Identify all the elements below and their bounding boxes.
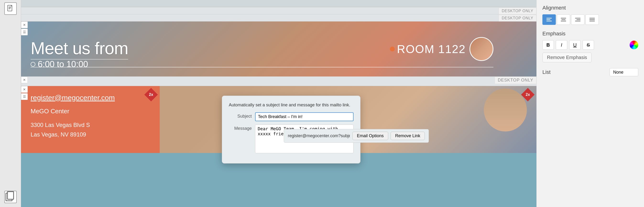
align-center-btn[interactable] <box>557 14 570 25</box>
strikethrough-btn[interactable]: S <box>582 40 594 50</box>
alignment-buttons <box>542 14 638 25</box>
address-line2: Las Vegas, NV 89109 <box>30 130 150 139</box>
underline-btn[interactable]: U <box>569 40 581 50</box>
address-line1: 3300 Las Vegas Blvd S <box>30 121 150 129</box>
hero-right-content: ROOM 1122 <box>390 37 494 61</box>
hero-close-btn[interactable]: ✕ <box>21 22 28 28</box>
section-row-2: DESKTOP ONLY <box>21 14 536 22</box>
top-faded-bar <box>21 0 536 7</box>
email-options-button[interactable]: Email Options <box>352 132 388 140</box>
person-head <box>484 88 527 132</box>
hero-menu-btn[interactable]: ☰ <box>21 29 28 36</box>
emphasis-label: Emphasis <box>542 30 638 37</box>
alignment-label: Alignment <box>542 5 638 11</box>
hero-time-text[interactable]: 6:00 to 10:00 <box>38 59 88 69</box>
align-left-btn[interactable] <box>542 14 556 25</box>
align-justify-btn[interactable] <box>586 14 599 25</box>
document-icon[interactable] <box>4 2 17 15</box>
mailto-popup-description: Automatically set a subject line and mes… <box>229 102 354 108</box>
subject-input[interactable] <box>255 112 354 121</box>
desktop-only-badge-2: DESKTOP ONLY <box>499 15 536 22</box>
room-label: ROOM 1122 <box>390 42 466 56</box>
left-sidebar <box>0 0 21 207</box>
canvas-area: DESKTOP ONLY DESKTOP ONLY ✕ ☰ DESKTOP ON… <box>21 0 536 207</box>
email-truncated-text: register@megocenter.com?subject=T <box>288 134 350 138</box>
list-dropdown[interactable]: None Bullet Numbered <box>610 68 638 76</box>
emphasis-section: Emphasis B I U S Remove Emphasis <box>542 30 638 62</box>
list-row: List None Bullet Numbered <box>542 68 638 76</box>
bold-btn[interactable]: B <box>542 40 554 50</box>
subject-label: Subject <box>229 112 255 119</box>
right-panel: Alignment Emphasis B I <box>536 0 644 207</box>
room-text[interactable]: ROOM 1122 <box>397 42 466 56</box>
color-picker-swatch[interactable] <box>630 41 638 49</box>
svg-rect-1 <box>8 7 11 7</box>
svg-rect-3 <box>8 8 10 9</box>
hero-timeline <box>30 67 494 68</box>
section-row-1: DESKTOP ONLY <box>21 7 536 14</box>
email-options-bar: register@megocenter.com?subject=T Email … <box>284 129 429 143</box>
content-menu-btn[interactable]: ☰ <box>21 93 28 100</box>
italic-btn[interactable]: I <box>556 40 567 50</box>
hero-time-row: 6:00 to 10:00 <box>30 59 88 69</box>
list-label: List <box>542 69 550 75</box>
emphasis-buttons: B I U S <box>542 40 638 50</box>
section-row-3: ✕ DESKTOP ONLY <box>21 76 536 86</box>
desktop-only-badge-4: DESKTOP ONLY <box>494 76 536 84</box>
remove-emphasis-button[interactable]: Remove Emphasis <box>542 52 592 62</box>
hero-title[interactable]: Meet us from <box>30 38 128 60</box>
align-right-btn[interactable] <box>571 14 584 25</box>
org-name: MeGO Center <box>30 108 150 115</box>
orange-dot-icon <box>390 46 395 52</box>
orange-block: register@megocenter.com MeGO Center 3300… <box>21 86 160 153</box>
content-close-btn[interactable]: ✕ <box>21 86 28 93</box>
email-link[interactable]: register@megocenter.com <box>30 94 150 102</box>
time-circle-icon <box>30 62 36 67</box>
svg-rect-2 <box>8 8 11 8</box>
section3-close-btn[interactable]: ✕ <box>21 76 28 83</box>
desktop-only-badge-1: DESKTOP ONLY <box>499 8 536 14</box>
remove-link-button[interactable]: Remove Link <box>390 132 425 140</box>
hero-section-controls: ✕ ☰ <box>21 22 28 36</box>
mailto-subject-row: Subject <box>229 112 354 121</box>
hero-section: ✕ ☰ DESKTOP ONLY Meet us from 6:00 to 10… <box>21 22 536 76</box>
message-label: Message <box>229 124 255 131</box>
copy-icon[interactable] <box>4 191 17 203</box>
circle-image <box>470 37 494 61</box>
alignment-section: Alignment <box>542 5 638 25</box>
list-section: List None Bullet Numbered <box>542 68 638 76</box>
svg-rect-5 <box>8 192 14 199</box>
